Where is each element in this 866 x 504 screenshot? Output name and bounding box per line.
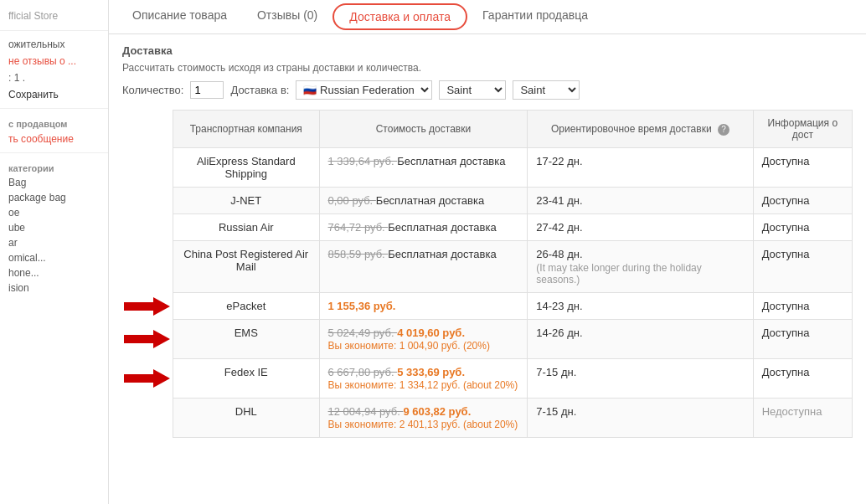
sidebar-cat-8[interactable]: ision [0,280,108,296]
cell-time: 14-26 дн. [528,320,753,359]
table-row: China Post Registered Air Mail858,59 руб… [173,241,853,293]
sidebar-divider-3 [0,152,108,153]
cell-time: 27-42 дн. [528,214,753,241]
cell-time: 17-22 дн. [528,148,753,188]
cell-time: 7-15 дн. [528,359,753,399]
sidebar-cat-7[interactable]: hone... [0,265,108,280]
cell-info: Доступна [753,320,852,359]
time-main: 23-41 дн. [536,194,744,207]
cell-info: Доступна [753,293,852,320]
shipping-tbody: AliExpress Standard Shipping1 339,64 руб… [173,148,853,438]
table-header-row: Транспортная компания Стоимость доставки… [173,111,853,148]
sidebar: fficial Store ожительных не отзывы о ...… [0,0,109,504]
cell-company: DHL [173,399,320,438]
sidebar-cat-4[interactable]: ube [0,220,108,235]
price-strike: 5 024,49 руб. [328,327,398,339]
sidebar-link-reviews[interactable]: не отзывы о ... [0,53,108,69]
city1-select[interactable]: Saint [439,80,506,100]
price-strike: 858,59 руб. [328,248,389,260]
shipping-table: Транспортная компания Стоимость доставки… [173,110,853,438]
table-row: ePacket1 155,36 руб.14-23 дн.Доступна [173,293,853,320]
calc-note: Рассчитать стоимость исходя из страны до… [122,62,853,74]
tab-description[interactable]: Описание товара [117,0,242,33]
price-orange: 4 019,60 руб. [397,327,465,339]
header-cost: Стоимость доставки [319,111,528,148]
save-button[interactable]: Сохранить [0,86,108,103]
table-row: Russian Air764,72 руб. Бесплатная достав… [173,214,853,241]
store-label: fficial Store [0,7,108,25]
price-orange: 1 155,36 руб. [328,300,396,312]
tab-guarantee[interactable]: Гарантии продавца [467,0,603,33]
time-help-icon[interactable]: ? [718,124,729,136]
sidebar-divider [0,30,108,31]
time-main: 7-15 дн. [536,366,744,378]
price-strike: 764,72 руб. [328,221,389,234]
price-save: Вы экономите: 1 004,90 руб. (20%) [328,340,490,352]
arrow-indicator [124,297,170,318]
tabs-bar: Описание товара Отзывы (0) Доставка и оп… [109,0,866,34]
price-strike: 12 004,94 руб. [328,405,404,418]
table-row: J-NET0,00 руб. Бесплатная доставка23-41 … [173,188,853,214]
table-row: EMS5 024,49 руб. 4 019,60 руб.Вы экономи… [173,320,853,359]
sidebar-cat-1[interactable]: Bag [0,175,108,190]
sidebar-item-3: : 1 . [0,69,108,86]
sidebar-section-seller: с продавцом [0,114,108,131]
cell-cost: 0,00 руб. Бесплатная доставка [319,188,528,214]
cell-cost: 764,72 руб. Бесплатная доставка [319,214,528,241]
price-orange: 9 603,82 руб. [403,405,471,418]
sidebar-divider-2 [0,108,108,109]
cell-cost: 6 667,80 руб. 5 333,69 руб.Вы экономите:… [319,359,528,399]
time-main: 27-42 дн. [536,221,744,234]
tab-reviews[interactable]: Отзывы (0) [242,0,332,33]
svg-marker-1 [124,330,170,348]
cell-info: Доступна [753,188,852,214]
svg-marker-2 [124,369,170,388]
sidebar-cat-2[interactable]: package bag [0,190,108,205]
cell-info: Доступна [753,214,852,241]
cell-company: Russian Air [173,214,320,241]
cell-info: Доступна [753,148,852,188]
price-strike: 6 667,80 руб. [328,366,398,378]
header-company: Транспортная компания [173,111,320,148]
quantity-label: Количество: [122,84,183,96]
cell-cost: 1 339,64 руб. Бесплатная доставка [319,148,528,188]
sidebar-cat-3[interactable]: ое [0,205,108,220]
price-save: Вы экономите: 2 401,13 руб. (about 20%) [328,419,518,430]
city2-select[interactable]: Saint [513,80,580,100]
svg-marker-0 [124,297,170,316]
arrow-indicator [124,369,170,390]
price-free: Бесплатная доставка [388,248,496,260]
quantity-input[interactable] [190,81,224,99]
cell-time: 14-23 дн. [528,293,753,320]
tab-shipping[interactable]: Доставка и оплата [332,3,467,30]
table-container: Транспортная компания Стоимость доставки… [173,110,853,438]
cell-company: EMS [173,320,320,359]
time-main: 17-22 дн. [536,155,744,167]
time-note: (It may take longer during the holiday s… [536,262,744,285]
sidebar-item-1: ожительных [0,36,108,53]
time-main: 26-48 дн. [536,248,744,260]
cell-cost: 12 004,94 руб. 9 603,82 руб.Вы экономите… [319,399,528,438]
arrow-indicator [124,330,170,351]
price-strike: 0,00 руб. [328,194,376,207]
price-strike: 1 339,64 руб. [328,155,398,167]
section-title: Доставка [122,44,853,57]
main-content: Описание товара Отзывы (0) Доставка и оп… [109,0,866,504]
table-row: DHL12 004,94 руб. 9 603,82 руб.Вы эконом… [173,399,853,438]
cell-info: Недоступна [753,399,852,438]
cell-company: AliExpress Standard Shipping [173,148,320,188]
content-area: Доставка Рассчитать стоимость исходя из … [109,34,866,504]
table-row: Fedex IE6 667,80 руб. 5 333,69 руб.Вы эк… [173,359,853,399]
price-orange: 5 333,69 руб. [397,366,465,378]
sidebar-section-categories: категории [0,158,108,175]
header-time: Ориентировочное время доставки ? [528,111,753,148]
sidebar-message-link[interactable]: ть сообщение [0,131,108,147]
header-info: Информация о дост [753,111,852,148]
price-free: Бесплатная доставка [388,221,496,234]
cell-time: 26-48 дн.(It may take longer during the … [528,241,753,293]
price-free: Бесплатная доставка [376,194,484,207]
sidebar-cat-5[interactable]: ar [0,235,108,250]
sidebar-cat-6[interactable]: omical... [0,250,108,265]
price-free: Бесплатная доставка [397,155,505,167]
country-select[interactable]: 🇷🇺 Russian Federation [296,80,432,100]
